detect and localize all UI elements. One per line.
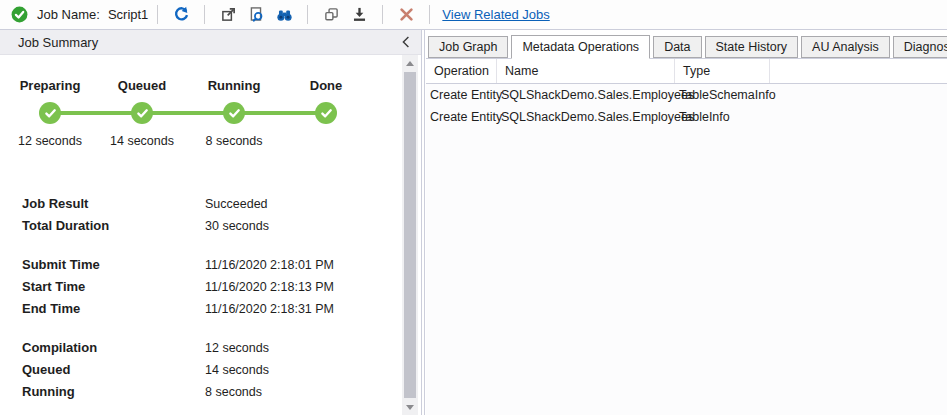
refresh-button[interactable] — [169, 3, 193, 27]
stage-check-icon — [39, 102, 61, 124]
detail-row: Submit Time11/16/2020 2:18:01 PM — [22, 254, 402, 276]
collapse-panel-button[interactable] — [399, 35, 413, 49]
column-header-name[interactable]: Name — [497, 59, 675, 83]
column-header-empty — [770, 59, 947, 83]
column-header-operation[interactable]: Operation — [426, 59, 497, 83]
panel-splitter[interactable] — [421, 30, 425, 415]
cell-type: TableSchemaInfo — [675, 84, 770, 106]
tab-job-graph[interactable]: Job Graph — [428, 36, 508, 58]
cell-operation: Create Entity — [426, 84, 497, 106]
cell-operation: Create Entity — [426, 106, 497, 128]
cancel-icon — [398, 6, 415, 23]
stage-done: Done — [280, 77, 372, 150]
grid-header: Operation Name Type — [426, 59, 947, 84]
scroll-up-button[interactable] — [402, 56, 418, 70]
stage-check-icon — [223, 102, 245, 124]
tab-metadata-operations[interactable]: Metadata Operations — [511, 35, 650, 59]
detail-value: 12 seconds — [205, 341, 269, 355]
stage-label: Done — [310, 77, 343, 95]
stage-preparing: Preparing 12 seconds — [4, 77, 96, 150]
detail-value: 11/16/2020 2:18:01 PM — [205, 258, 334, 272]
job-name-label: Job Name: — [37, 7, 100, 22]
column-header-type[interactable]: Type — [675, 59, 770, 83]
cancel-job-button[interactable] — [394, 3, 418, 27]
stage-label: Queued — [118, 77, 166, 95]
left-panel-scrollbar[interactable] — [402, 55, 418, 415]
open-external-icon — [220, 6, 237, 23]
cell-name: SQLShackDemo.Sales.Employees — [497, 84, 675, 106]
stage-queued: Queued 14 seconds — [96, 77, 188, 150]
metadata-operations-grid: Operation Name Type Create Entity SQLSha… — [426, 59, 947, 128]
detail-label: Submit Time — [22, 254, 205, 276]
detail-group-times: Submit Time11/16/2020 2:18:01 PM Start T… — [22, 254, 402, 320]
binoculars-icon — [276, 6, 293, 23]
scroll-down-button[interactable] — [402, 400, 418, 414]
detail-row: Start Time11/16/2020 2:18:13 PM — [22, 276, 402, 298]
detail-row: Queued14 seconds — [22, 359, 402, 381]
detail-value: 14 seconds — [205, 363, 269, 377]
toolbar-separator — [204, 5, 205, 24]
stage-check-icon — [131, 102, 153, 124]
job-summary-panel: Job Summary Preparing 12 seconds Queued — [0, 30, 421, 415]
download-button[interactable] — [347, 3, 371, 27]
detail-value: Succeeded — [205, 197, 268, 211]
stage-duration: 8 seconds — [206, 132, 263, 150]
detail-label: Start Time — [22, 276, 205, 298]
job-summary-title: Job Summary — [18, 35, 98, 50]
job-name-value: Script1 — [108, 7, 148, 22]
detail-label: Job Result — [22, 193, 205, 215]
stage-duration: 12 seconds — [18, 132, 82, 150]
download-icon — [351, 6, 368, 23]
stage-label: Preparing — [20, 77, 81, 95]
detail-row: Running8 seconds — [22, 381, 402, 403]
stage-running: Running 8 seconds — [188, 77, 280, 150]
detail-value: 11/16/2020 2:18:13 PM — [205, 280, 334, 294]
toolbar-separator — [382, 5, 383, 24]
detail-group-durations: Compilation12 seconds Queued14 seconds R… — [22, 337, 402, 403]
toolbar: Job Name: Script1 — [0, 0, 947, 30]
detail-value: 30 seconds — [205, 219, 269, 233]
tab-diagnostics[interactable]: Diagnostics — [893, 36, 947, 58]
table-row[interactable]: Create Entity SQLShackDemo.Sales.Employe… — [426, 84, 947, 106]
detail-row: Job ResultSucceeded — [22, 193, 402, 215]
tab-au-analysis[interactable]: AU Analysis — [801, 36, 890, 58]
tabstrip: Job Graph Metadata Operations Data State… — [426, 30, 947, 59]
toolbar-separator — [307, 5, 308, 24]
open-external-button[interactable] — [216, 3, 240, 27]
view-related-jobs-link[interactable]: View Related Jobs — [442, 7, 549, 22]
table-row[interactable]: Create Entity SQLShackDemo.Sales.Employe… — [426, 106, 947, 128]
stage-duration: 14 seconds — [110, 132, 174, 150]
view-script-button[interactable] — [244, 3, 268, 27]
toolbar-separator — [157, 5, 158, 24]
refresh-icon — [173, 6, 190, 23]
detail-value: 8 seconds — [205, 385, 262, 399]
triangle-down-icon — [406, 405, 414, 410]
detail-label: Compilation — [22, 337, 205, 359]
detail-value: 11/16/2020 2:18:31 PM — [205, 302, 334, 316]
cell-name: SQLShackDemo.Sales.Employees — [497, 106, 675, 128]
detail-label: Queued — [22, 359, 205, 381]
job-progress-stepper: Preparing 12 seconds Queued 14 seconds R… — [0, 55, 402, 173]
cell-type: TableInfo — [675, 106, 770, 128]
detail-label: Running — [22, 381, 205, 403]
detail-row: End Time11/16/2020 2:18:31 PM — [22, 298, 402, 320]
detail-row: Compilation12 seconds — [22, 337, 402, 359]
job-detail-panel: Job Graph Metadata Operations Data State… — [426, 30, 947, 415]
toolbar-separator — [429, 5, 430, 24]
job-status-icon — [11, 6, 28, 23]
job-details: Job ResultSucceeded Total Duration30 sec… — [0, 173, 402, 415]
tab-state-history[interactable]: State History — [705, 36, 799, 58]
duplicate-job-button[interactable] — [319, 3, 343, 27]
stage-check-icon — [315, 102, 337, 124]
detail-row: Total Duration30 seconds — [22, 215, 402, 237]
job-summary-body: Preparing 12 seconds Queued 14 seconds R… — [0, 55, 402, 415]
chevron-left-icon — [401, 36, 411, 48]
find-button[interactable] — [272, 3, 296, 27]
job-summary-header: Job Summary — [0, 30, 421, 55]
triangle-up-icon — [406, 61, 414, 66]
tab-data[interactable]: Data — [653, 36, 701, 58]
stage-label: Running — [208, 77, 261, 95]
copy-icon — [323, 6, 340, 23]
detail-label: End Time — [22, 298, 205, 320]
scrollbar-thumb[interactable] — [404, 72, 416, 398]
